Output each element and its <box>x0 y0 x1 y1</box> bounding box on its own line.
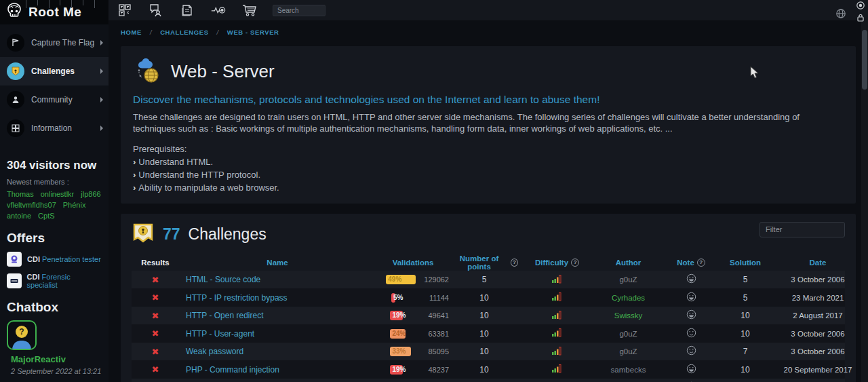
col-header-name[interactable]: Name <box>179 259 376 267</box>
member-link[interactable]: jlp866 <box>81 190 100 198</box>
solution-count[interactable]: 10 <box>722 311 769 320</box>
points-cell: 10 <box>450 293 518 303</box>
col-header-label: Difficulty <box>535 259 568 267</box>
difficulty-icon[interactable] <box>518 310 596 322</box>
challenge-link[interactable]: HTTP - IP restriction bypass <box>186 293 288 303</box>
author-link[interactable]: Cyrhades <box>612 294 645 302</box>
difficulty-icon[interactable] <box>518 274 596 286</box>
not-validated-icon: ✖ <box>132 364 179 375</box>
newest-members-list: Thomas onlinestlkr jlp866 vfleltvmfldhs0… <box>7 190 102 220</box>
challenge-date: 23 March 2021 <box>769 294 856 302</box>
offer-link[interactable]: Penetration tester <box>42 255 101 263</box>
sidebar-item-capture-the-flag[interactable]: Capture The Flag <box>0 28 108 57</box>
search-input[interactable] <box>273 5 326 16</box>
validation-count: 85095 <box>428 347 449 356</box>
sidebar-item-community[interactable]: Community <box>0 85 108 114</box>
col-header-difficulty[interactable]: Difficulty? <box>518 259 596 267</box>
difficulty-icon[interactable] <box>518 328 596 339</box>
information-icon <box>7 119 24 137</box>
breadcrumb: HOME / CHALLENGES / WEB - SERVER <box>121 28 279 36</box>
member-link[interactable]: Thomas <box>7 190 34 198</box>
col-header-validations[interactable]: Validations <box>376 259 450 267</box>
breadcrumb-separator: / <box>217 28 219 36</box>
col-header-points[interactable]: Number of points? <box>450 254 518 271</box>
solution-count[interactable]: 5 <box>722 275 769 284</box>
breadcrumb-challenges[interactable]: CHALLENGES <box>160 28 208 36</box>
col-header-results[interactable]: Results <box>132 259 179 267</box>
offer-item[interactable]: CDI Forensic specialist <box>7 273 102 289</box>
forum-icon[interactable] <box>148 2 164 18</box>
solution-count[interactable]: 7 <box>722 347 769 356</box>
logo[interactable]: Root Me <box>0 0 108 24</box>
col-header-solution[interactable]: Solution <box>722 259 769 267</box>
member-link[interactable]: onlinestlkr <box>41 190 75 198</box>
author-link[interactable]: g0uZ <box>619 275 637 284</box>
challenge-date: 20 September 2017 <box>769 366 856 374</box>
breadcrumb-separator: / <box>150 28 152 36</box>
challenge-link[interactable]: HTTP - Open redirect <box>186 311 263 320</box>
sidebar-item-challenges[interactable]: Challenges <box>0 57 108 85</box>
chevron-bullet: › <box>133 170 136 180</box>
topbar <box>108 0 868 20</box>
filter-input[interactable] <box>760 222 845 237</box>
docs-icon[interactable] <box>179 2 195 18</box>
difficulty-icon[interactable] <box>518 346 596 358</box>
author-link[interactable]: Swissky <box>614 311 643 320</box>
sidebar-item-label: Capture The Flag <box>31 38 94 47</box>
validation-percentage: 49% <box>386 275 418 284</box>
web-server-category-icon <box>133 56 161 87</box>
chevron-bullet: › <box>133 157 136 167</box>
challenge-link[interactable]: PHP - Command injection <box>186 365 279 375</box>
sidebar-item-information[interactable]: Information <box>0 114 108 142</box>
solution-count[interactable]: 10 <box>722 329 769 339</box>
member-link[interactable]: CptS <box>38 212 54 220</box>
points-cell: 5 <box>450 275 518 284</box>
difficulty-icon[interactable] <box>518 364 596 375</box>
sidebar-item-label: Community <box>31 95 73 104</box>
col-header-author[interactable]: Author <box>596 259 660 267</box>
page-description: These challenges are designed to train u… <box>133 112 844 135</box>
lock-icon[interactable] <box>855 12 866 23</box>
author-link[interactable]: g0uZ <box>619 347 637 356</box>
col-header-note[interactable]: Note? <box>660 259 722 267</box>
challenge-link[interactable]: Weak password <box>186 347 243 356</box>
sidebar-item-label: Information <box>31 123 72 133</box>
validation-percentage: 24% <box>390 329 422 339</box>
challenges-badge-icon <box>132 222 155 248</box>
ctf-icon <box>7 34 24 52</box>
author-link[interactable]: sambecks <box>611 366 646 374</box>
help-icon[interactable]: ? <box>571 259 579 267</box>
member-link[interactable]: antoine <box>7 212 31 220</box>
not-validated-icon: ✖ <box>132 275 179 285</box>
member-link[interactable]: vfleltvmfldhs07 <box>7 201 56 209</box>
scrollbar-thumb[interactable] <box>862 30 867 90</box>
prerequisite-text: Understand HTML. <box>138 157 213 167</box>
help-icon[interactable]: ? <box>697 259 705 267</box>
challenges-title: Challenges <box>189 225 267 244</box>
chat-username[interactable]: MajorReactiv <box>11 354 102 364</box>
author-link[interactable]: g0uZ <box>619 330 637 338</box>
cart-icon[interactable] <box>241 2 258 18</box>
activity-icon[interactable] <box>210 2 226 18</box>
breadcrumb-home[interactable]: HOME <box>121 28 142 36</box>
avatar[interactable]: ? <box>7 320 37 350</box>
category-intro-panel: Web - Server Discover the mechanisms, pr… <box>121 46 856 204</box>
faq-icon[interactable] <box>117 2 133 18</box>
difficulty-icon[interactable] <box>518 292 596 303</box>
offer-item[interactable]: CDI Penetration tester <box>7 252 102 267</box>
solution-count[interactable]: 5 <box>722 293 769 303</box>
breadcrumb-web-server[interactable]: WEB - SERVER <box>227 28 279 36</box>
challenges-count: 77 <box>163 225 180 244</box>
target-icon[interactable] <box>855 1 866 10</box>
challenge-link[interactable]: HTML - Source code <box>186 275 260 284</box>
col-header-date[interactable]: Date <box>769 259 856 267</box>
globe-icon[interactable] <box>833 5 849 22</box>
not-validated-icon: ✖ <box>132 292 179 303</box>
page-scrollbar[interactable] <box>861 20 868 382</box>
member-link[interactable]: Phénix <box>63 201 86 209</box>
solution-count[interactable]: 10 <box>722 365 769 375</box>
points-cell: 10 <box>450 347 518 356</box>
validation-percentage: 19% <box>390 311 422 320</box>
challenge-link[interactable]: HTTP - User-agent <box>186 329 254 339</box>
help-icon[interactable]: ? <box>511 259 518 267</box>
